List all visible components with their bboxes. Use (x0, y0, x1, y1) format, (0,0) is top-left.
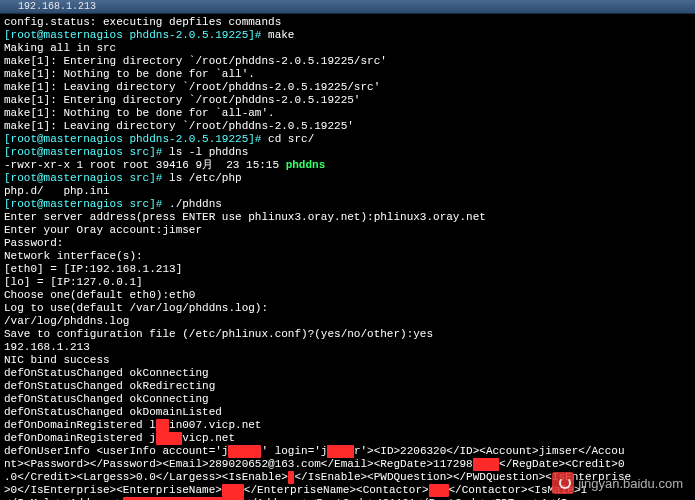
terminal-line: config.status: executing depfiles comman… (4, 16, 691, 29)
terminal-segment: Making all in src (4, 42, 116, 54)
terminal-line: [root@masternagios src]# ls -l phddns (4, 146, 691, 159)
terminal-segment: Enter your Oray account:jimser (4, 224, 202, 236)
terminal-segment: make[1]: Nothing to be done for `all-am'… (4, 107, 275, 119)
terminal-segment: [root@masternagios src]# (4, 172, 169, 184)
terminal-segment: Enter server address(press ENTER use phl… (4, 211, 486, 223)
terminal-line: make[1]: Leaving directory `/root/phddns… (4, 81, 691, 94)
terminal-segment: [root@masternagios src]# (4, 146, 169, 158)
terminal-segment: make[1]: Entering directory `/root/phddn… (4, 55, 387, 67)
terminal-segment: [root@masternagios phddns-2.0.5.19225]# (4, 133, 268, 145)
terminal-segment: ___ (429, 484, 449, 497)
terminal-segment: 赤龙 (222, 484, 244, 497)
terminal-line: [root@masternagios src]# ls /etc/php (4, 172, 691, 185)
terminal-line: make[1]: Nothing to be done for `all-am'… (4, 107, 691, 120)
terminal-line: -rwxr-xr-x 1 root root 39416 9月 23 15:15… (4, 159, 691, 172)
terminal-segment: </IsEnable><PWDQuestion></PWDQuestion><I… (294, 471, 631, 483)
terminal-line: Enter server address(press ENTER use phl… (4, 211, 691, 224)
terminal-line: Log to use(default /var/log/phddns.log): (4, 302, 691, 315)
terminal-segment: defOnDomainRegistered j (4, 432, 156, 444)
terminal-line: defOnStatusChanged okDomainListed (4, 406, 691, 419)
terminal-segment: </Contactor><IsMale>1 (449, 484, 588, 496)
terminal-line: Enter your Oray account:jimser (4, 224, 691, 237)
terminal-segment: make[1]: Nothing to be done for `all'. (4, 68, 255, 80)
terminal-segment: Log to use(default /var/log/phddns.log): (4, 302, 268, 314)
terminal-segment: imcer (228, 445, 261, 458)
terminal-segment: make[1]: Leaving directory `/root/phddns… (4, 120, 354, 132)
terminal-line: Save to configuration file (/etc/phlinux… (4, 328, 691, 341)
terminal-segment: [eth0] = [IP:192.168.1.213] (4, 263, 182, 275)
terminal-segment: 0000 (473, 458, 499, 471)
terminal-segment: [lo] = [IP:127.0.0.1] (4, 276, 143, 288)
terminal-segment: make[1]: Entering directory `/root/phddn… (4, 94, 360, 106)
terminal-line: /var/log/phddns.log (4, 315, 691, 328)
terminal-segment: in007.vicp.net (169, 419, 261, 431)
terminal-line: make[1]: Entering directory `/root/phddn… (4, 55, 691, 68)
terminal-segment: [root@masternagios src]# (4, 198, 169, 210)
terminal-line: make[1]: Entering directory `/root/phddn… (4, 94, 691, 107)
terminal-segment: ____ (156, 432, 182, 445)
terminal-segment: defOnStatusChanged okDomainListed (4, 406, 222, 418)
terminal-output[interactable]: config.status: executing depfiles comman… (0, 14, 695, 500)
terminal-line: defOnDomainRegistered j____vicp.net (4, 432, 691, 445)
terminal-segment: ./phddns (169, 198, 222, 210)
terminal-line: [root@masternagios phddns-2.0.5.19225]# … (4, 29, 691, 42)
terminal-segment: Password: (4, 237, 63, 249)
terminal-segment: defOnStatusChanged okRedirecting (4, 380, 215, 392)
terminal-segment: </RegDate><Credit>0 (499, 458, 624, 470)
terminal-line: defOnStatusChanged okRedirecting (4, 380, 691, 393)
terminal-segment: </EnterpriseName><Contactor> (244, 484, 429, 496)
terminal-segment: Choose one(default eth0):eth0 (4, 289, 195, 301)
terminal-line: Making all in src (4, 42, 691, 55)
terminal-segment: defOnStatusChanged okConnecting (4, 393, 209, 405)
terminal-segment: ____ (327, 445, 353, 458)
terminal-segment: ls /etc/php (169, 172, 242, 184)
terminal-line: php.d/ php.ini (4, 185, 691, 198)
terminal-segment: nt><Password></Password><Email>289020652… (4, 458, 473, 470)
terminal-line: defOnStatusChanged okConnecting (4, 367, 691, 380)
terminal-line: [lo] = [IP:127.0.0.1] (4, 276, 691, 289)
window-titlebar[interactable]: 192.168.1.213 (0, 0, 695, 14)
terminal-line: Choose one(default eth0):eth0 (4, 289, 691, 302)
terminal-segment: phddns (286, 159, 326, 171)
terminal-segment: -rwxr-xr-x 1 root root 39416 9月 23 15:15 (4, 159, 286, 171)
terminal-segment: Save to configuration file (/etc/phlinux… (4, 328, 433, 340)
terminal-segment: defOnUserInfo <userInfo account='j (4, 445, 228, 457)
terminal-segment: defOnStatusChanged okConnecting (4, 367, 209, 379)
terminal-line: .0</Credit><Largess>0.0</Largess><IsEnab… (4, 471, 691, 484)
terminal-segment: [root@masternagios phddns-2.0.5.19225]# (4, 29, 268, 41)
terminal-segment: config.status: executing depfiles comman… (4, 16, 281, 28)
terminal-segment: NIC bind success (4, 354, 110, 366)
terminal-segment: cd src/ (268, 133, 314, 145)
terminal-segment: ls -l phddns (169, 146, 248, 158)
terminal-segment: >0</IsEnterprise><EnterpriseName> (4, 484, 222, 496)
terminal-line: defOnUserInfo <userInfo account='jimcer'… (4, 445, 691, 458)
terminal-line: nt><Password></Password><Email>289020652… (4, 458, 691, 471)
terminal-line: defOnStatusChanged okConnecting (4, 393, 691, 406)
terminal-segment: vicp.net (182, 432, 235, 444)
terminal-segment: defOnDomainRegistered l (4, 419, 156, 431)
terminal-segment: Network interface(s): (4, 250, 143, 262)
terminal-line: [root@masternagios phddns-2.0.5.19225]# … (4, 133, 691, 146)
terminal-line: defOnDomainRegistered l__in007.vicp.net (4, 419, 691, 432)
terminal-line: Network interface(s): (4, 250, 691, 263)
terminal-line: [eth0] = [IP:192.168.1.213] (4, 263, 691, 276)
terminal-segment: /var/log/phddns.log (4, 315, 129, 327)
terminal-line: >0</IsEnterprise><EnterpriseName>赤龙</Ent… (4, 484, 691, 497)
terminal-line: 192.168.1.213 (4, 341, 691, 354)
terminal-line: [root@masternagios src]# ./phddns (4, 198, 691, 211)
terminal-line: make[1]: Nothing to be done for `all'. (4, 68, 691, 81)
terminal-segment: php.d/ php.ini (4, 185, 110, 197)
titlebar-ip: 192.168.1.213 (18, 0, 96, 13)
terminal-segment: make (268, 29, 294, 41)
terminal-segment: 192.168.1.213 (4, 341, 90, 353)
terminal-line: make[1]: Leaving directory `/root/phddns… (4, 120, 691, 133)
terminal-line: Password: (4, 237, 691, 250)
terminal-segment: __ (156, 419, 169, 432)
terminal-segment: ' login='j (261, 445, 327, 457)
terminal-segment: .0</Credit><Largess>0.0</Largess><IsEnab… (4, 471, 288, 483)
terminal-segment: make[1]: Leaving directory `/root/phddns… (4, 81, 380, 93)
terminal-segment: r'><ID>2206320</ID><Account>jimser</Acco… (354, 445, 625, 457)
terminal-line: NIC bind success (4, 354, 691, 367)
